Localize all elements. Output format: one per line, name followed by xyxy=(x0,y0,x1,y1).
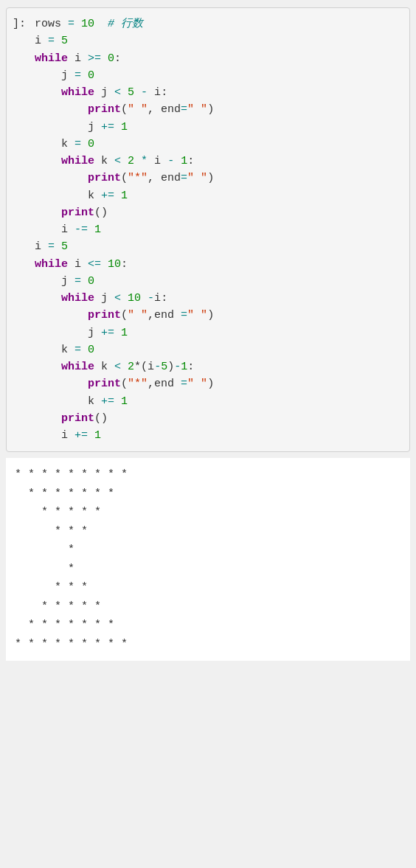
code-line: print("*",end =" ") xyxy=(35,375,401,392)
output-line: * * * * * * * * * xyxy=(15,465,401,485)
output-line: * * * xyxy=(15,522,401,541)
code-line: j = 0 xyxy=(35,273,401,290)
code-line: print(" ", end=" ") xyxy=(35,101,401,118)
output-block: * * * * * * * * * * * * * * * * * * * * … xyxy=(6,458,410,661)
code-line: k += 1 xyxy=(35,393,401,410)
code-block: ]: rows = 10 # 行数i = 5while i >= 0: j = … xyxy=(6,7,410,452)
code-line: while j < 5 - i: xyxy=(35,84,401,101)
code-line: k = 0 xyxy=(35,136,401,153)
code-line: i = 5 xyxy=(35,32,401,49)
code-line: i += 1 xyxy=(35,427,401,444)
code-line: while k < 2*(i-5)-1: xyxy=(35,358,401,375)
code-line: print() xyxy=(35,204,401,221)
code-line: i -= 1 xyxy=(35,221,401,238)
output-line: * * * * * * * xyxy=(15,616,401,635)
output-line: * * * * * xyxy=(15,597,401,617)
output-line: * * * * * * * * * xyxy=(15,635,401,654)
code-line: i = 5 xyxy=(35,238,401,255)
code-content: rows = 10 # 行数i = 5while i >= 0: j = 0 w… xyxy=(35,15,401,444)
code-line: k = 0 xyxy=(35,341,401,358)
code-line: while j < 10 -i: xyxy=(35,290,401,307)
output-line: * * * * * xyxy=(15,503,401,522)
code-line: while i <= 10: xyxy=(35,256,401,273)
code-line: k += 1 xyxy=(35,187,401,204)
output-line: * * * xyxy=(15,578,401,597)
code-line: while k < 2 * i - 1: xyxy=(35,153,401,170)
code-line: rows = 10 # 行数 xyxy=(35,15,401,32)
output-line: * * * * * * * xyxy=(15,485,401,504)
line-prefix: ]: xyxy=(13,15,26,32)
output-line: * xyxy=(15,560,401,579)
code-line: print(" ",end =" ") xyxy=(35,307,401,324)
code-line: j = 0 xyxy=(35,67,401,84)
output-line: * xyxy=(15,541,401,560)
code-line: print("*", end=" ") xyxy=(35,170,401,187)
code-line: while i >= 0: xyxy=(35,50,401,67)
code-line: print() xyxy=(35,410,401,427)
code-line: j += 1 xyxy=(35,324,401,341)
code-line: j += 1 xyxy=(35,119,401,136)
